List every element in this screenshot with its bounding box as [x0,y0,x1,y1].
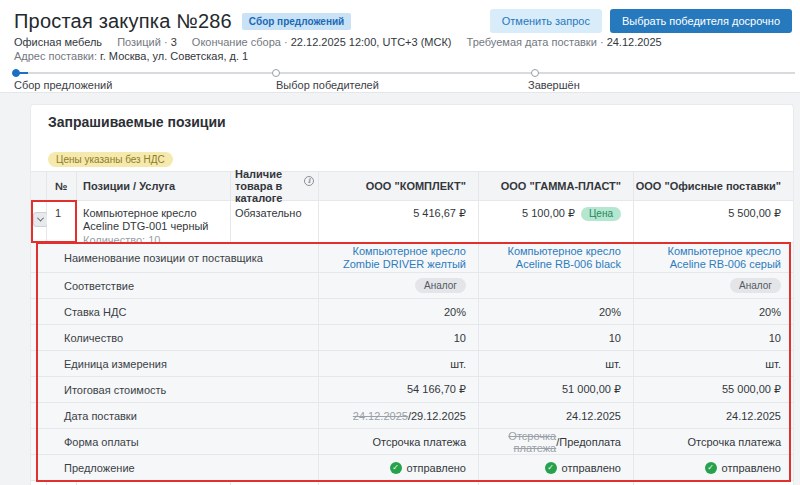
positions-table: № Позиции / Услуга Наличие товара в ката… [31,171,793,485]
price-komplekt: 11 000,00 ₽ [319,481,479,485]
expand-cell [31,481,47,485]
stepper-line [14,72,795,74]
best-price-badge: Цена [581,207,621,221]
detail-row-quantity: Количество 10 10 10 [31,325,793,351]
col-header-position: Позиции / Услуга [77,171,231,201]
choose-winner-early-button[interactable]: Выбрать победителя досрочно [610,9,792,33]
col-header-num: № [47,171,77,201]
step-dot-finished [531,69,539,77]
positions-count: Позиций · 3 [117,36,177,48]
section-title: Запрашиваемые позиции [48,113,776,131]
analog-badge: Аналог [730,278,781,293]
status-badge: Сбор предложений [242,13,351,30]
changed-date-value: 24.12.2025 / 29.12.2025 [319,403,479,429]
price-gamma-plast: 11 300,00 ₽ [479,481,634,485]
detail-row-delivery-date: Дата поставки 24.12.2025 / 29.12.2025 24… [31,403,793,429]
page-title: Простая закупка №286 [14,10,232,33]
expand-cell [31,201,47,243]
supplier-item-link[interactable]: Компьютерное кресло Aceline RB-006 black [479,245,621,271]
delivery-address: Адрес поставки: г. Москва, ул. Советская… [0,50,800,62]
status-stepper: Сбор предложений Выбор победителей Завер… [0,66,800,92]
col-header-supplier-office-supplies: ООО "Офисные поставки" [634,171,793,201]
price-office-supplies: 5 500,00 ₽ [634,201,793,243]
supplier-item-link[interactable]: Компьютерное кресло Zombie DRIVER желтый [319,245,466,271]
analog-badge: Аналог [415,278,466,293]
changed-payment-value: Отсрочка платежа / Предоплата [479,429,634,455]
vat-note-badge: Цены указаны без НДС [48,152,173,167]
position-row-1: 1 Компьютерное кресло Aceline DTG-001 че… [31,201,793,243]
collapse-row-button[interactable] [33,212,48,227]
collection-end: Окончание сбора · 22.12.2025 12:00, UTC+… [192,36,452,48]
supplier-item-link[interactable]: Компьютерное кресло Aceline RB-006 серый [634,245,781,271]
col-header-supplier-komplekt: ООО "КОМПЛЕКТ" [319,171,479,201]
info-icon[interactable] [304,176,314,186]
detail-row-match: Соответствие Аналог Аналог [31,273,793,299]
price-komplekt: 5 416,67 ₽ [319,201,479,243]
row-number: 2 [47,481,77,485]
page-header: Простая закупка №286 Сбор предложений От… [0,0,800,93]
step-label-winner-selection: Выбор победителей [276,79,379,91]
offer-status: отправлено [407,462,466,474]
step-dot-winner-selection [272,69,280,77]
offer-status: отправлено [722,462,781,474]
price-office-supplies: 10 900,00 ₽Цена [634,481,793,485]
col-header-availability: Наличие товара в каталоге [231,171,319,201]
position-cell: Компьютерное кресло Aceline DTG-001 черн… [77,201,231,243]
step-label-finished: Завершён [528,79,580,91]
availability-value: Обязательно [231,201,319,243]
detail-row-payment-form: Форма оплаты Отсрочка платежа Отсрочка п… [31,429,793,455]
col-header-supplier-gamma-plast: ООО "ГАММА-ПЛАСТ" [479,171,634,201]
positions-card: Запрашиваемые позиции Цены указаны без Н… [30,104,794,485]
cancel-request-button[interactable]: Отменить запрос [490,9,602,33]
check-circle-icon [545,462,557,474]
chevron-down-icon [37,215,44,222]
detail-row-unit: Единица измерения шт. шт. шт. [31,351,793,377]
position-row-2: 2 Компьютерный стол Моджо 5 BMS Количест… [31,481,793,485]
offer-status: отправлено [562,462,621,474]
detail-row-total-cost: Итоговая стоимость 54 166,70 ₽ 51 000,00… [31,377,793,403]
check-circle-icon [705,462,717,474]
price-gamma-plast: 5 100,00 ₽Цена [479,201,634,243]
check-circle-icon [390,462,402,474]
purchase-meta: Офисная мебель Позиций · 3 Окончание сбо… [0,36,800,48]
step-dot-collection [12,69,20,77]
required-delivery-date: Требуемая дата поставки · 24.12.2025 [467,36,662,48]
row-1-details: Наименование позиции от поставщика Компь… [31,243,793,481]
position-name: Компьютерное кресло Aceline DTG-001 черн… [77,207,230,233]
step-label-collection: Сбор предложений [14,79,112,91]
empty-cell [479,273,634,299]
purchase-category: Офисная мебель [14,36,102,48]
detail-row-offer-status: Предложение отправлено отправлено отправ… [31,455,793,481]
col-header-expand [31,171,47,201]
page-content: Запрашиваемые позиции Цены указаны без Н… [0,93,800,485]
row-number: 1 [47,201,77,243]
detail-row-vat: Ставка НДС 20% 20% 20% [31,299,793,325]
detail-row-supplier-item-name: Наименование позиции от поставщика Компь… [31,243,793,273]
availability-value: Не обязательно [231,481,319,485]
position-cell: Компьютерный стол Моджо 5 BMS Количество… [77,481,231,485]
